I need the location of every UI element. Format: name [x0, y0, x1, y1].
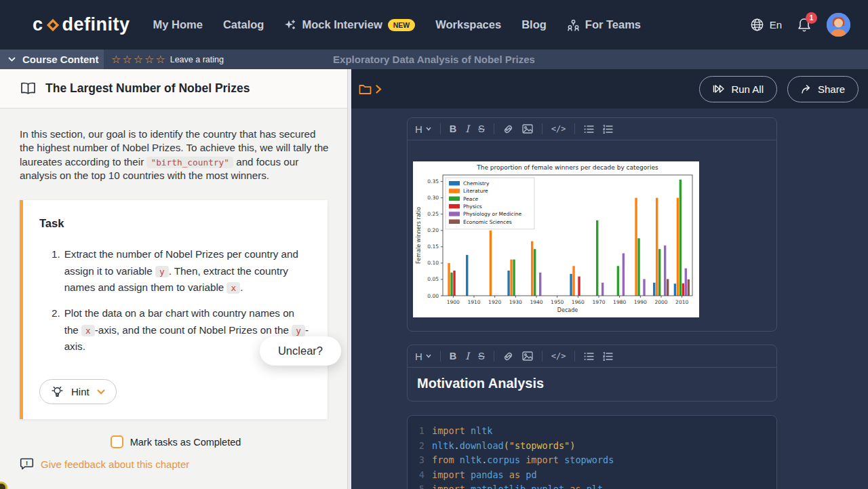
toolbar-divider: [542, 351, 542, 361]
code-token: (: [504, 439, 509, 454]
code-token: [454, 453, 460, 468]
code-token: pyplot: [531, 482, 564, 489]
run-all-icon: [713, 84, 725, 94]
code-button[interactable]: </>: [551, 124, 566, 134]
line-number: 4: [417, 468, 425, 483]
markdown-heading[interactable]: Motivation Analysis: [417, 376, 767, 391]
nav-item-mock-interview[interactable]: Mock InterviewNEW: [284, 18, 415, 31]
image-button[interactable]: [522, 351, 533, 361]
feedback-label: Give feedback about this chapter: [41, 458, 189, 470]
inline-code: y: [292, 325, 305, 336]
code-token: import: [526, 453, 559, 468]
strikethrough-button[interactable]: S: [478, 351, 485, 361]
code-button[interactable]: </>: [551, 351, 566, 361]
new-badge: NEW: [388, 19, 416, 31]
inline-code: "birth_country": [146, 157, 233, 168]
svg-text:Chemistry: Chemistry: [463, 180, 490, 187]
link-button[interactable]: [503, 124, 513, 134]
avatar[interactable]: [827, 13, 850, 37]
star-icon[interactable]: ☆: [134, 54, 143, 65]
svg-text:0.35: 0.35: [427, 178, 439, 184]
code-token: .: [481, 453, 487, 468]
lesson-title: The Largest Number of Nobel Prizes: [45, 81, 250, 96]
numbered-list-button[interactable]: [603, 125, 613, 134]
code-token: stopwords: [564, 453, 614, 468]
nav-item-blog[interactable]: Blog: [521, 18, 547, 31]
folder-icon: [359, 83, 372, 95]
numbered-list-button[interactable]: [603, 352, 613, 361]
book-icon: [20, 82, 36, 95]
notifications-button[interactable]: 1: [797, 17, 812, 33]
code-line: 2nltk.download("stopwords"): [417, 439, 776, 454]
strikethrough-button[interactable]: S: [478, 123, 485, 134]
lesson-header: The Largest Number of Nobel Prizes: [0, 69, 351, 109]
star-icon[interactable]: ☆: [144, 54, 154, 65]
svg-text:1940: 1940: [530, 299, 542, 305]
run-all-button[interactable]: Run All: [699, 76, 777, 102]
svg-text:1930: 1930: [509, 299, 522, 305]
code-token: ): [570, 439, 575, 454]
numbered-list-icon: [603, 125, 613, 134]
hint-label: Hint: [71, 386, 90, 397]
italic-button[interactable]: I: [465, 351, 469, 361]
svg-text:Female winners ratio: Female winners ratio: [416, 207, 422, 264]
app: c definity My HomeCatalogMock InterviewN…: [0, 0, 868, 489]
bullet-list-button[interactable]: [584, 125, 594, 134]
bold-button[interactable]: B: [450, 351, 456, 361]
heading-dropdown[interactable]: H: [415, 351, 431, 362]
link-button[interactable]: [503, 351, 513, 361]
code-cell[interactable]: 1import nltk2nltk.download("stopwords")3…: [407, 415, 777, 489]
svg-text:0.25: 0.25: [427, 211, 439, 217]
star-icon[interactable]: ☆: [111, 54, 121, 65]
markdown-toolbar: H B I S: [408, 345, 776, 368]
course-content-toggle[interactable]: Course Content: [0, 50, 104, 69]
line-number: 2: [417, 439, 425, 454]
heading-label: H: [415, 351, 422, 362]
task-card: Task 1.Extract the number of Nobel Prize…: [20, 200, 328, 419]
svg-text:2000: 2000: [654, 299, 667, 305]
code-token: .: [454, 439, 460, 454]
nav-item-my-home[interactable]: My Home: [153, 18, 203, 31]
unclear-button[interactable]: Unclear?: [260, 336, 341, 366]
svg-text:0.00: 0.00: [427, 293, 439, 299]
line-number: 5: [417, 482, 425, 489]
logo-text-left: c: [33, 14, 43, 35]
markdown-body: Motivation Analysis: [408, 368, 776, 399]
heading-dropdown[interactable]: H: [415, 123, 431, 135]
nav-item-for-teams[interactable]: For Teams: [567, 18, 641, 31]
file-tree-toggle[interactable]: [359, 83, 382, 95]
svg-text:2010: 2010: [675, 299, 688, 305]
text-run: .: [240, 281, 243, 293]
nav-item-workspaces[interactable]: Workspaces: [435, 18, 501, 31]
language-selector[interactable]: En: [750, 18, 782, 32]
run-all-label: Run All: [731, 83, 764, 95]
codefinity-logo[interactable]: c definity: [33, 14, 130, 35]
code-token: "stopwords": [509, 439, 570, 454]
star-icon[interactable]: ☆: [155, 54, 165, 65]
share-button[interactable]: Share: [787, 76, 859, 102]
text-run: -axis, and the count of Nobel Prizes on …: [95, 324, 292, 336]
bullet-list-button[interactable]: [584, 352, 594, 361]
mark-completed-checkbox[interactable]: [111, 435, 123, 448]
bullet-list-icon: [584, 352, 594, 361]
toolbar-divider: [574, 351, 575, 361]
svg-text:Physiology or Medicine: Physiology or Medicine: [463, 211, 521, 217]
notebook-body: H B I S: [351, 109, 868, 489]
svg-text:0.30: 0.30: [427, 195, 439, 201]
nav-item-catalog[interactable]: Catalog: [223, 18, 264, 31]
star-icon[interactable]: ☆: [122, 54, 132, 65]
code-line: 3from nltk.corpus import stopwords: [417, 453, 776, 468]
feedback-link[interactable]: ! Give feedback about this chapter: [20, 457, 189, 471]
image-button[interactable]: [522, 124, 533, 134]
code-token: [520, 453, 526, 468]
code-line: 4import pandas as pd: [417, 468, 776, 483]
italic-button[interactable]: I: [465, 123, 469, 134]
lightbulb-icon: [51, 385, 64, 398]
hint-button[interactable]: Hint: [39, 379, 117, 404]
markdown-toolbar: H B I S: [408, 118, 776, 140]
code-line: 1import nltk: [417, 424, 776, 439]
toolbar-divider: [440, 123, 441, 134]
rating-label: Leave a rating: [170, 55, 224, 64]
bold-button[interactable]: B: [450, 123, 456, 134]
svg-text:1990: 1990: [634, 299, 647, 305]
